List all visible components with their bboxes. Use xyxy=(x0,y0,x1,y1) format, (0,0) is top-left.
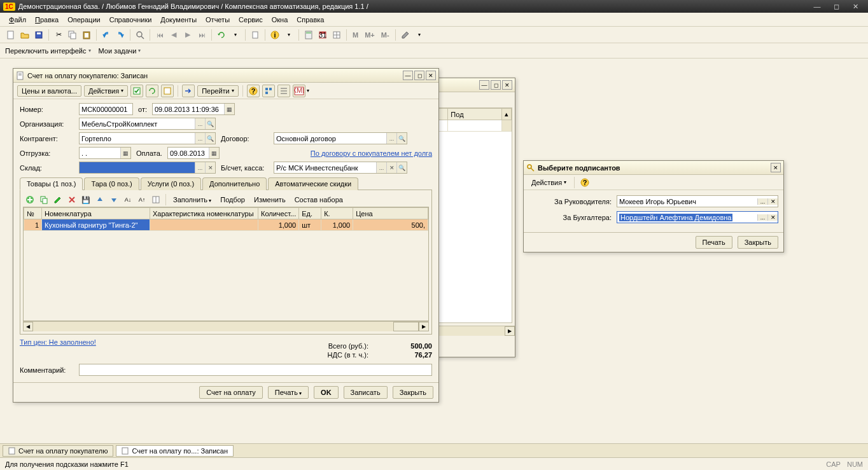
xml-icon[interactable]: XML xyxy=(293,85,305,97)
dropdown-icon[interactable]: ▾ xyxy=(230,29,241,41)
add-row-icon[interactable] xyxy=(24,194,36,205)
bg-minimize-button[interactable]: — xyxy=(479,80,489,90)
wrench-icon[interactable] xyxy=(400,29,411,41)
new-icon[interactable] xyxy=(5,29,17,41)
dropdown-icon[interactable]: ▾ xyxy=(283,29,295,41)
tab-discounts[interactable]: Автоматические скидки xyxy=(268,177,358,190)
search-icon[interactable] xyxy=(134,29,146,41)
my-tasks-dropdown[interactable]: Мои задачи xyxy=(99,47,141,55)
close-button[interactable]: ✕ xyxy=(846,1,865,12)
invoice-print-button[interactable]: Счет на оплату xyxy=(199,386,263,399)
price-type-link[interactable]: Тип цен: Не заполнено! xyxy=(20,338,96,360)
help-icon[interactable]: ? xyxy=(247,85,260,97)
menu-windows[interactable]: Окна xyxy=(268,15,292,25)
memory-mplus[interactable]: M+ xyxy=(363,31,377,39)
tab-tare[interactable]: Тара (0 поз.) xyxy=(84,177,139,190)
dropdown-icon[interactable]: ▾ xyxy=(414,29,425,41)
ok-button[interactable]: OK xyxy=(314,386,339,399)
bg-maximize-button[interactable]: ◻ xyxy=(491,80,501,90)
grid-settings-icon[interactable] xyxy=(150,194,162,205)
switch-interface-dropdown[interactable]: Переключить интерфейс xyxy=(5,47,91,55)
select-button[interactable]: Подбор xyxy=(217,195,248,205)
taskbar-tab-1[interactable]: Счет на оплату покупателю xyxy=(3,445,113,457)
minimize-button[interactable]: — xyxy=(808,1,827,12)
copy-row-icon[interactable] xyxy=(38,194,50,205)
nav-prev-icon[interactable]: ◀ xyxy=(168,29,179,41)
calendar-btn[interactable]: ▦ xyxy=(224,104,234,114)
calc-icon[interactable] xyxy=(303,29,314,41)
col-qty[interactable]: Количест... xyxy=(258,208,299,219)
col-k[interactable]: К. xyxy=(321,208,353,219)
sort-desc-icon[interactable]: A↑ xyxy=(136,194,148,205)
menu-file[interactable]: Файл xyxy=(5,15,30,25)
tab-services[interactable]: Услуги (0 поз.) xyxy=(141,177,201,190)
signers-close-button[interactable]: ✕ xyxy=(771,163,781,172)
taskbar-tab-2[interactable]: Счет на оплату по...: Записан xyxy=(116,445,234,457)
delete-row-icon[interactable] xyxy=(66,194,78,205)
undo-icon[interactable] xyxy=(101,29,112,41)
save-grid-icon[interactable]: 💾 xyxy=(80,194,92,205)
fill-dropdown[interactable]: Заполнить xyxy=(170,195,214,205)
composition-button[interactable]: Состав набора xyxy=(291,195,346,205)
cut-icon[interactable]: ✂ xyxy=(53,29,64,41)
col-unit[interactable]: Ед. xyxy=(299,208,321,219)
signers-actions-dropdown[interactable]: Действия xyxy=(528,177,570,188)
menu-refs[interactable]: Справочники xyxy=(106,15,156,25)
contract-input[interactable]: Основной договор...🔍 xyxy=(274,132,407,144)
menu-docs[interactable]: Документы xyxy=(157,15,200,25)
copy-icon[interactable] xyxy=(67,29,78,41)
menu-help[interactable]: Справка xyxy=(293,15,328,25)
redo-icon[interactable] xyxy=(115,29,126,41)
select-btn[interactable]: ... xyxy=(195,118,205,129)
debt-link[interactable]: По договору с покупателем нет долга xyxy=(311,149,432,157)
move-down-icon[interactable] xyxy=(108,194,120,205)
store-input[interactable]: ...✕ xyxy=(79,162,216,174)
change-button[interactable]: Изменить xyxy=(251,195,289,205)
goto-icon[interactable] xyxy=(182,85,195,97)
invoice-close-button[interactable]: ✕ xyxy=(426,71,436,80)
col-char[interactable]: Характеристика номенклатуры xyxy=(150,208,258,219)
goto-dropdown[interactable]: Перейти xyxy=(197,85,239,97)
open-btn[interactable]: 🔍 xyxy=(205,118,215,129)
structure-icon[interactable] xyxy=(262,85,275,97)
scroll-left-button[interactable]: ◀ xyxy=(23,322,33,331)
move-up-icon[interactable] xyxy=(94,194,106,205)
menu-edit[interactable]: Правка xyxy=(31,15,62,25)
scroll-right-button[interactable]: ▶ xyxy=(505,326,515,336)
help-icon[interactable]: ? xyxy=(578,176,591,189)
clipboard-icon[interactable] xyxy=(249,29,261,41)
open-icon[interactable] xyxy=(19,29,31,41)
save-icon[interactable] xyxy=(33,29,45,41)
acc-input[interactable]: Нордштейн Алефтина Демидовна...✕ xyxy=(617,211,778,223)
comment-input[interactable] xyxy=(79,364,432,376)
memory-mminus[interactable]: M- xyxy=(379,31,391,39)
grid-row[interactable]: 1 Кухонный гарнитур "Тинга-2" 1,000 шт 1… xyxy=(24,219,428,231)
process-icon[interactable] xyxy=(161,85,174,97)
print-dropdown[interactable]: Печать xyxy=(268,386,309,399)
invoice-maximize-button[interactable]: ◻ xyxy=(414,71,424,80)
edit-row-icon[interactable] xyxy=(52,194,64,205)
info-icon[interactable]: i xyxy=(269,29,281,41)
save-button[interactable]: Записать xyxy=(344,386,388,399)
contr-input[interactable]: Гортепло...🔍 xyxy=(79,132,216,144)
refresh-icon[interactable] xyxy=(146,85,158,97)
tab-extra[interactable]: Дополнительно xyxy=(202,177,267,190)
table-icon[interactable] xyxy=(331,29,342,41)
bank-input[interactable]: Р/с МСК Инвестспецбанк...✕🔍 xyxy=(274,162,407,174)
post-icon[interactable] xyxy=(130,85,143,97)
list-icon[interactable] xyxy=(277,85,290,97)
nav-next-icon[interactable]: ▶ xyxy=(182,29,193,41)
pay-input[interactable]: 09.08.2013▦ xyxy=(167,147,220,159)
nav-first-icon[interactable]: ⏮ xyxy=(154,29,165,41)
signers-close-btn[interactable]: Закрыть xyxy=(738,236,778,249)
paste-icon[interactable] xyxy=(81,29,92,41)
org-input[interactable]: МебельСтройКомплект...🔍 xyxy=(79,118,216,130)
date-input[interactable]: 09.08.2013 11:09:36▦ xyxy=(152,103,235,115)
sort-asc-icon[interactable]: A↓ xyxy=(122,194,134,205)
prices-button[interactable]: Цены и валюта... xyxy=(17,85,81,97)
close-button[interactable]: Закрыть xyxy=(393,386,433,399)
memory-m[interactable]: M xyxy=(351,31,360,39)
refresh-icon[interactable] xyxy=(216,29,227,41)
invoice-minimize-button[interactable]: — xyxy=(403,71,413,80)
nav-last-icon[interactable]: ⏭ xyxy=(196,29,207,41)
